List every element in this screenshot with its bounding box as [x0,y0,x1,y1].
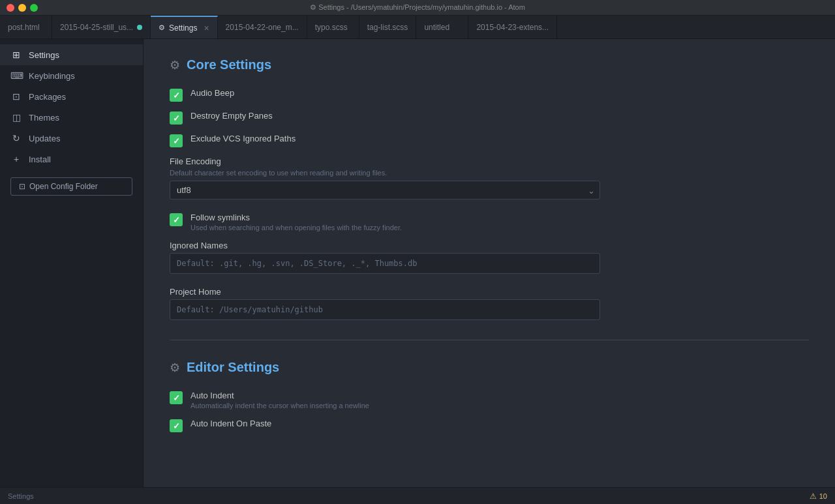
destroy-empty-panes-checkbox[interactable] [170,111,183,125]
tab-post-html[interactable]: post.html [0,16,52,38]
auto-indent-paste-checkbox[interactable] [170,419,183,432]
tab-typo-scss[interactable]: typo.scss [307,16,359,38]
sidebar: ⊞Settings⌨Keybindings⊡Packages◫Themes↻Up… [0,39,144,487]
destroy-empty-panes-row: Destroy Empty Panes [170,111,809,125]
packages-icon: ⊡ [10,91,22,102]
sidebar-item-packages[interactable]: ⊡Packages [0,86,143,107]
tab-tag-list-scss[interactable]: tag-list.scss [359,16,417,38]
auto-indent-paste-row: Auto Indent On Paste [170,419,809,432]
sidebar-item-label: Settings [29,50,59,60]
ignored-names-input[interactable]: Default: .git, .hg, .svn, .DS_Store, ._*… [170,253,600,274]
settings-icon: ⊞ [10,50,22,60]
editor-checkboxes: Auto IndentAutomatically indent the curs… [170,391,809,432]
tab-2015-04-25[interactable]: 2015-04-25-still_us... [52,16,151,38]
warning-count: 10 [819,492,827,500]
auto-indent-paste-label: Auto Indent On Paste [190,419,271,428]
file-encoding-select-wrapper[interactable]: utf8 utf16 ascii latin1 ⌄ [170,181,600,200]
auto-indent-row: Auto IndentAutomatically indent the curs… [170,391,809,409]
sidebar-item-label: Updates [29,134,60,143]
tab-2015-04-23[interactable]: 2015-04-23-extens... [468,16,557,38]
titlebar: ⚙ Settings - /Users/ymatuhin/Projects/my… [0,0,835,16]
close-button[interactable] [7,4,14,12]
core-settings-section: ⚙ Core Settings Audio BeepDestroy Empty … [170,57,809,320]
ignored-names-label: Ignored Names [170,241,809,250]
project-home-input[interactable]: Default: /Users/ymatuhin/github [170,299,600,320]
file-encoding-select[interactable]: utf8 utf16 ascii latin1 [170,181,600,200]
window-controls[interactable] [7,4,38,12]
folder-icon: ⊡ [19,182,25,191]
tab-label: typo.scss [315,23,348,32]
tab-label: untitled [424,23,449,32]
tab-modified-indicator [137,25,142,30]
warning-icon: ⚠ [810,492,817,501]
auto-indent-desc: Automatically indent the cursor when ins… [190,402,369,409]
tab-settings[interactable]: ⚙Settings× [151,16,218,38]
sidebar-item-label: Install [29,155,51,164]
auto-indent-paste-label-text: Auto Indent On Paste [190,419,271,428]
exclude-vcs-label: Exclude VCS Ignored Paths [190,134,296,143]
auto-indent-label-text: Auto Indent [190,391,369,400]
audio-beep-row: Audio Beep [170,88,809,102]
editor-settings-section: ⚙ Editor Settings Auto IndentAutomatical… [170,360,809,432]
sidebar-item-settings[interactable]: ⊞Settings [0,44,143,65]
tab-2015-04-22[interactable]: 2015-04-22-one_m... [218,16,307,38]
themes-icon: ◫ [10,112,22,123]
sidebar-item-themes[interactable]: ◫Themes [0,107,143,128]
core-settings-title: Core Settings [187,57,271,72]
open-config-folder-button[interactable]: ⊡Open Config Folder [10,177,132,196]
titlebar-title: ⚙ Settings - /Users/ymatuhin/Projects/my… [310,3,525,12]
exclude-vcs-row: Exclude VCS Ignored Paths [170,134,809,147]
core-checkboxes: Audio BeepDestroy Empty PanesExclude VCS… [170,88,809,147]
sidebar-item-label: Packages [29,92,66,102]
file-encoding-desc: Default character set encoding to use wh… [170,169,809,177]
audio-beep-label: Audio Beep [190,88,234,98]
audio-beep-checkbox[interactable] [170,89,183,102]
minimize-button[interactable] [18,4,26,12]
file-encoding-label: File Encoding [170,156,809,166]
statusbar-right: ⚠ 10 [810,492,827,501]
follow-symlinks-desc: Used when searching and when opening fil… [190,224,402,231]
editor-settings-title: Editor Settings [187,360,279,375]
settings-icon: ⚙ [159,23,165,32]
updates-icon: ↻ [10,133,22,143]
file-encoding-group: File Encoding Default character set enco… [170,156,809,200]
tab-label: 2015-04-22-one_m... [226,23,299,32]
keybindings-icon: ⌨ [10,70,22,81]
ignored-names-group: Ignored Names Default: .git, .hg, .svn, … [170,241,809,274]
settings-content[interactable]: ⚙ Core Settings Audio BeepDestroy Empty … [144,39,835,487]
install-icon: + [10,154,22,164]
tab-bar: post.html2015-04-25-still_us...⚙Settings… [0,16,835,39]
sidebar-item-label: Keybindings [29,71,75,81]
project-home-label: Project Home [170,287,809,297]
destroy-empty-panes-label: Destroy Empty Panes [190,111,273,121]
project-home-group: Project Home Default: /Users/ymatuhin/gi… [170,287,809,320]
statusbar: Settings ⚠ 10 [0,487,835,504]
core-settings-header: ⚙ Core Settings [170,57,809,72]
maximize-button[interactable] [30,4,38,12]
sidebar-item-install[interactable]: +Install [0,149,143,170]
tab-label: tag-list.scss [367,23,408,32]
follow-symlinks-label: Follow symlinks [190,213,402,222]
sidebar-item-label: Themes [29,113,59,123]
tab-label: 2015-04-23-extens... [476,23,549,32]
audio-beep-label-text: Audio Beep [190,88,234,98]
exclude-vcs-label-text: Exclude VCS Ignored Paths [190,134,296,143]
tab-close-button[interactable]: × [204,23,209,33]
destroy-empty-panes-label-text: Destroy Empty Panes [190,111,273,121]
exclude-vcs-checkbox[interactable] [170,134,183,147]
gear-icon-editor: ⚙ [170,361,180,375]
auto-indent-label: Auto IndentAutomatically indent the curs… [190,391,369,409]
follow-symlinks-row: Follow symlinks Used when searching and … [170,213,809,231]
tab-label: Settings [169,23,197,33]
main-layout: ⊞Settings⌨Keybindings⊡Packages◫Themes↻Up… [0,39,835,487]
tab-untitled[interactable]: untitled [416,16,468,38]
tab-label: 2015-04-25-still_us... [60,23,133,32]
follow-symlinks-checkbox[interactable] [170,213,183,226]
auto-indent-checkbox[interactable] [170,391,183,404]
sidebar-item-keybindings[interactable]: ⌨Keybindings [0,65,143,86]
statusbar-left: Settings [8,492,34,500]
sidebar-item-updates[interactable]: ↻Updates [0,128,143,149]
gear-icon: ⚙ [170,58,180,72]
tab-label: post.html [8,23,40,32]
section-divider [170,340,809,340]
